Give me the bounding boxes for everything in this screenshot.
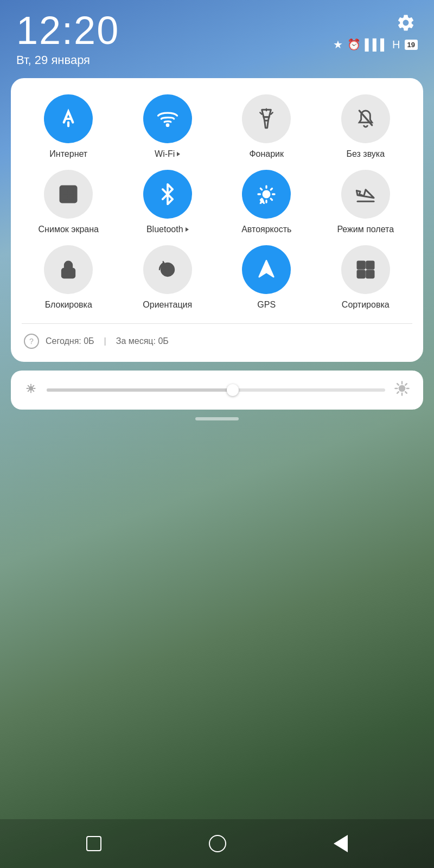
silent-label: Без звука: [346, 149, 385, 159]
flashlight-circle: [242, 94, 291, 143]
lock-label: Блокировка: [45, 299, 92, 310]
quick-item-internet[interactable]: Интернет: [22, 94, 116, 159]
airplane-circle: [341, 170, 390, 219]
svg-rect-2: [60, 186, 76, 202]
silent-circle: [341, 94, 390, 143]
quick-settings-grid: Интернет Wi-Fi: [22, 94, 412, 310]
bluetooth-arrow: [186, 227, 189, 232]
brightness-high-icon: [394, 380, 410, 400]
battery-level: 19: [405, 40, 418, 50]
wifi-label-container: Wi-Fi: [155, 149, 180, 159]
brightness-thumb: [227, 384, 239, 396]
back-button[interactable]: [334, 835, 348, 852]
wifi-label: Wi-Fi: [155, 149, 175, 159]
svg-point-13: [29, 386, 34, 391]
autobrightness-circle: A: [242, 170, 291, 219]
quick-item-orientation[interactable]: Ориентация: [121, 245, 215, 310]
home-icon: [209, 835, 226, 852]
quick-item-lock[interactable]: Блокировка: [22, 245, 116, 310]
screenshot-circle: [44, 170, 93, 219]
svg-rect-12: [366, 271, 373, 278]
recent-apps-icon: [86, 836, 101, 851]
data-separator: |: [104, 336, 106, 346]
nav-bar: [0, 819, 434, 868]
home-button[interactable]: [209, 835, 226, 852]
quick-item-gps[interactable]: GPS: [220, 245, 314, 310]
data-usage: ? Сегодня: 0Б | За месяц: 0Б: [22, 334, 412, 349]
svg-rect-11: [358, 271, 365, 278]
svg-rect-10: [366, 261, 373, 269]
svg-rect-9: [358, 261, 365, 269]
settings-button[interactable]: [394, 11, 418, 35]
alarm-status-icon: ⏰: [347, 38, 361, 51]
svg-point-14: [399, 385, 406, 392]
quick-item-flashlight[interactable]: Фонарик: [220, 94, 314, 159]
gps-circle: [242, 245, 291, 294]
sort-circle: [341, 245, 390, 294]
screenshot-label: Снимок экрана: [39, 224, 99, 234]
orientation-label: Ориентация: [143, 299, 192, 310]
quick-item-autobrightness[interactable]: A Автояркость: [220, 170, 314, 234]
quick-item-airplane[interactable]: Режим полета: [319, 170, 413, 234]
status-icons: ★ ⏰ ▌▌▌ H 19: [333, 11, 418, 51]
internet-circle: [44, 94, 93, 143]
clock: 12:20: [16, 11, 119, 50]
brightness-panel: [11, 371, 423, 410]
status-row: ★ ⏰ ▌▌▌ H 19: [333, 38, 418, 51]
autobrightness-label: Автояркость: [241, 224, 291, 234]
scroll-bar: [195, 417, 239, 420]
recent-apps-button[interactable]: [86, 836, 101, 851]
bluetooth-circle: [143, 170, 192, 219]
orientation-circle: [143, 245, 192, 294]
bluetooth-label: Bluetooth: [146, 224, 183, 234]
svg-point-8: [165, 268, 169, 272]
scroll-indicator: [0, 417, 434, 420]
sort-label: Сортировка: [342, 299, 390, 310]
bluetooth-label-container: Bluetooth: [146, 224, 189, 234]
signal-status-icon: ▌▌▌: [365, 39, 388, 51]
network-type-icon: H: [392, 39, 400, 51]
svg-point-6: [67, 272, 70, 275]
flashlight-label: Фонарик: [249, 149, 284, 159]
quick-item-wifi[interactable]: Wi-Fi: [121, 94, 215, 159]
wifi-arrow: [177, 152, 180, 156]
today-usage: Сегодня: 0Б: [46, 336, 94, 346]
brightness-low-icon: [24, 381, 38, 399]
back-icon: [334, 835, 348, 852]
quick-settings-panel: Интернет Wi-Fi: [11, 78, 423, 362]
date: Вт, 29 января: [16, 53, 119, 67]
brightness-fill: [47, 388, 233, 392]
quick-item-silent[interactable]: Без звука: [319, 94, 413, 159]
status-bar: 12:20 Вт, 29 января ★ ⏰ ▌▌▌ H 19: [0, 0, 434, 73]
svg-point-0: [166, 124, 169, 126]
svg-text:A: A: [260, 197, 265, 205]
quick-item-sort[interactable]: Сортировка: [319, 245, 413, 310]
month-usage: За месяц: 0Б: [116, 336, 169, 346]
time-section: 12:20 Вт, 29 января: [16, 11, 119, 67]
gps-label: GPS: [257, 299, 276, 310]
bluetooth-status-icon: ★: [333, 38, 343, 51]
lock-circle: [44, 245, 93, 294]
wifi-circle: [143, 94, 192, 143]
brightness-slider[interactable]: [47, 388, 385, 392]
internet-label: Интернет: [49, 149, 87, 159]
quick-item-bluetooth[interactable]: Bluetooth: [121, 170, 215, 234]
panel-divider: [22, 323, 412, 324]
data-usage-icon: ?: [24, 334, 39, 349]
quick-item-screenshot[interactable]: Снимок экрана: [22, 170, 116, 234]
airplane-label: Режим полета: [337, 224, 394, 234]
